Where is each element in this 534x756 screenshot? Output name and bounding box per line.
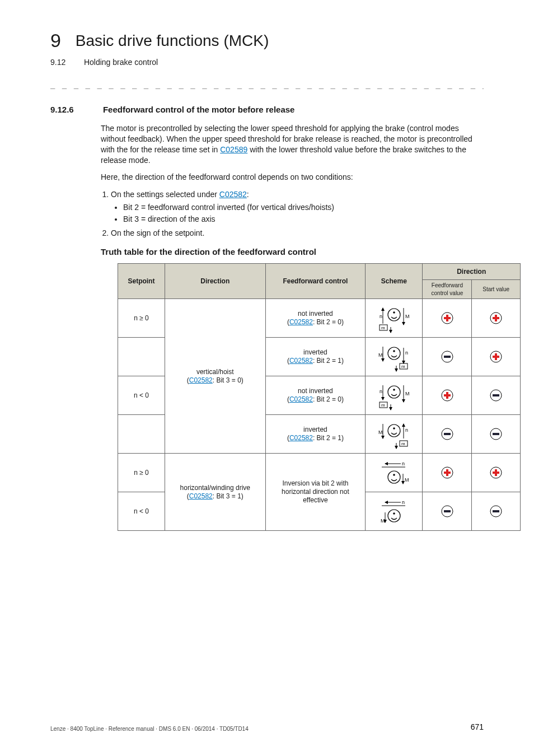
scheme-icon: n M <box>374 496 414 527</box>
plus-icon <box>441 466 453 479</box>
svg-text:m: m <box>381 403 385 408</box>
cell-dir-start <box>472 299 521 338</box>
svg-text:M: M <box>405 477 409 483</box>
svg-text:n: n <box>405 350 408 356</box>
cell-scheme: n M m <box>366 376 423 415</box>
footer-text: Lenze · 8400 TopLine · Reference manual … <box>50 726 249 732</box>
link-c02582-list[interactable]: C02582 <box>219 190 247 199</box>
svg-text:M: M <box>405 391 410 396</box>
svg-text:n: n <box>405 427 408 433</box>
paragraph-1: The motor is precontrolled by selecting … <box>101 123 484 166</box>
cell-scheme: n M <box>366 492 423 531</box>
cell-scheme: n M m <box>366 299 423 338</box>
chapter-title: Basic drive functions (MCK) <box>76 30 269 52</box>
svg-text:m: m <box>401 441 405 446</box>
th-ff-value: Feedforward control value <box>423 280 472 299</box>
page-number: 671 <box>471 722 484 732</box>
svg-text:m: m <box>401 364 405 369</box>
scheme-icon: M n m <box>374 418 414 450</box>
minus-icon <box>490 428 502 440</box>
cell-dir-ff <box>423 454 472 492</box>
minus-icon <box>441 428 453 440</box>
truth-table: Setpoint Direction Feedforward control S… <box>118 263 521 531</box>
subsection-number: 9.12.6 <box>50 104 101 115</box>
truth-table-heading: Truth table for the direction of the fee… <box>101 246 484 258</box>
th-direction: Direction <box>165 264 265 299</box>
link-c02582[interactable]: C02582 <box>289 434 313 442</box>
svg-text:n: n <box>380 389 382 394</box>
plus-icon <box>441 389 453 402</box>
cell-dir-start <box>472 338 521 376</box>
section-number: 9.12 <box>50 57 82 68</box>
cell-dir-start <box>472 415 521 454</box>
paragraph-2: Here, the direction of the feedforward c… <box>101 172 484 183</box>
conditions-list: On the settings selected under C02582: B… <box>111 189 484 239</box>
link-c02589[interactable]: C02589 <box>220 145 247 154</box>
plus-icon <box>441 312 453 324</box>
cell-dir-ff <box>423 338 472 376</box>
link-c02582[interactable]: C02582 <box>289 357 313 365</box>
th-dir-group: Direction <box>423 264 521 280</box>
cell-dir-ff <box>423 299 472 338</box>
bullet-bit2: Bit 2 = feedforward control inverted (fo… <box>123 202 484 213</box>
cell-setpoint: n ≥ 0 <box>118 299 165 338</box>
list-item-2: On the sign of the setpoint. <box>111 228 484 239</box>
list1-text-b: : <box>247 190 249 199</box>
plus-icon <box>490 312 502 324</box>
cell-setpoint <box>118 415 165 454</box>
cell-ffcontrol: inverted (C02582: Bit 2 = 1) <box>265 338 366 376</box>
cell-direction: horizontal/winding drive (C02582: Bit 3 … <box>165 454 265 531</box>
svg-text:n: n <box>380 314 382 319</box>
list1-text-a: On the settings selected under <box>111 190 219 199</box>
svg-text:n: n <box>402 461 405 466</box>
plus-icon <box>490 351 502 363</box>
scheme-icon: n M m <box>374 302 414 334</box>
scheme-icon: M n m <box>374 341 414 372</box>
cell-dir-ff <box>423 415 472 454</box>
cell-scheme: n M <box>366 454 423 492</box>
cell-dir-start <box>472 376 521 415</box>
cell-setpoint: n < 0 <box>118 376 165 415</box>
cell-ffcontrol: Inversion via bit 2 with horizontal dire… <box>265 454 366 531</box>
list-item-1: On the settings selected under C02582: B… <box>111 189 484 225</box>
cell-dir-ff <box>423 492 472 531</box>
page-footer: Lenze · 8400 TopLine · Reference manual … <box>50 725 484 733</box>
minus-icon <box>490 389 502 402</box>
cell-scheme: M n m <box>366 415 423 454</box>
cell-dir-start <box>472 454 521 492</box>
link-c02582[interactable]: C02582 <box>289 395 313 403</box>
scheme-icon: n M <box>374 457 414 488</box>
svg-text:m: m <box>381 325 385 330</box>
chapter-number: 9 <box>50 28 61 54</box>
cell-ffcontrol: inverted (C02582: Bit 2 = 1) <box>265 415 366 454</box>
minus-icon <box>441 351 453 363</box>
table-row: n ≥ 0 vertical/hoist (C02582: Bit 3 = 0)… <box>118 299 521 338</box>
th-start-value: Start value <box>472 280 521 299</box>
bullet-bit3: Bit 3 = direction of the axis <box>123 214 484 225</box>
cell-setpoint <box>118 338 165 376</box>
cell-dir-ff <box>423 376 472 415</box>
divider: _ _ _ _ _ _ _ _ _ _ _ _ _ _ _ _ _ _ _ _ … <box>50 79 484 90</box>
link-c02582[interactable]: C02582 <box>189 376 213 384</box>
cell-setpoint: n < 0 <box>118 492 165 531</box>
subsection-title: Feedforward control of the motor before … <box>103 105 295 114</box>
svg-text:M: M <box>378 430 383 435</box>
svg-text:M: M <box>405 314 410 319</box>
plus-icon <box>490 466 502 479</box>
minus-icon <box>490 505 502 517</box>
table-row: n ≥ 0 horizontal/winding drive (C02582: … <box>118 454 521 492</box>
cell-scheme: M n m <box>366 338 423 376</box>
minus-icon <box>441 505 453 517</box>
th-setpoint: Setpoint <box>118 264 165 299</box>
svg-text:M: M <box>378 352 383 358</box>
cell-dir-start <box>472 492 521 531</box>
link-c02582[interactable]: C02582 <box>189 492 213 500</box>
link-c02582[interactable]: C02582 <box>289 318 313 326</box>
section-title: Holding brake control <box>84 58 158 67</box>
th-feedforward: Feedforward control <box>265 264 366 299</box>
cell-setpoint: n ≥ 0 <box>118 454 165 492</box>
cell-ffcontrol: not inverted (C02582: Bit 2 = 0) <box>265 299 366 338</box>
scheme-icon: n M m <box>374 380 414 411</box>
svg-text:n: n <box>402 500 405 505</box>
th-scheme: Scheme <box>366 264 423 299</box>
